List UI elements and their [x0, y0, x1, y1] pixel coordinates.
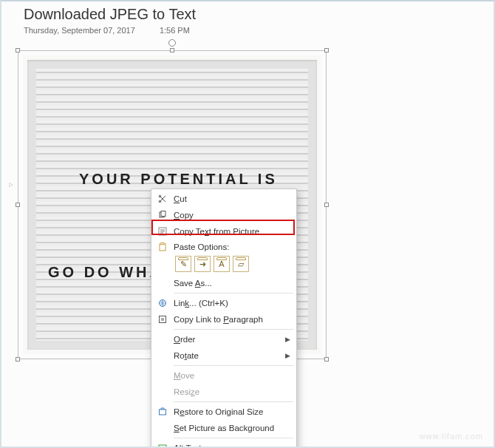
menu-label: Link... (Ctrl+K) — [174, 299, 228, 308]
svg-rect-9 — [160, 410, 166, 415]
resize-handle-br[interactable] — [324, 357, 329, 362]
insertion-cursor-icon: ▹ — [9, 179, 13, 189]
restore-icon — [156, 406, 169, 418]
svg-rect-8 — [160, 316, 166, 323]
paste-option-text-only[interactable]: A — [214, 256, 230, 272]
menu-set-picture-background[interactable]: Set Picture as Background — [151, 420, 296, 436]
page-date: Thursday, September 07, 2017 — [24, 26, 135, 35]
menu-label: Resize — [174, 387, 199, 396]
menu-separator — [174, 401, 293, 402]
menu-label: Alt Text... — [174, 444, 208, 448]
svg-rect-10 — [159, 445, 166, 448]
menu-restore-original-size[interactable]: Restore to Original Size — [151, 404, 296, 420]
menu-label: Restore to Original Size — [174, 407, 263, 416]
menu-label: Copy Link to Paragraph — [174, 315, 263, 324]
menu-save-as[interactable]: Save As... — [151, 275, 296, 291]
menu-label: Set Picture as Background — [174, 424, 274, 432]
menu-link[interactable]: Link... (Ctrl+K) — [151, 295, 296, 311]
watermark-text: www.lifam.com — [420, 432, 483, 441]
menu-label: Copy Text from Picture — [174, 227, 259, 236]
menu-separator — [174, 365, 293, 366]
menu-move: Move — [151, 367, 296, 384]
menu-cut[interactable]: Cut — [151, 191, 296, 207]
menu-copy-text-from-picture[interactable]: Copy Text from Picture — [151, 223, 296, 240]
menu-label: Copy — [174, 211, 194, 220]
svg-rect-6 — [161, 243, 164, 245]
letterboard-text-line1: YOUR POTENTIAL IS — [79, 171, 278, 188]
chevron-right-icon: ▶ — [285, 336, 290, 343]
menu-label: Paste Options: — [174, 242, 229, 251]
paste-options-row: ✎ ➜ A ▱ — [151, 254, 296, 275]
menu-order[interactable]: Order ▶ — [151, 331, 296, 347]
copy-icon — [156, 209, 169, 221]
resize-handle-tr[interactable] — [324, 48, 329, 52]
menu-label: Save As... — [174, 279, 212, 288]
resize-handle-tl[interactable] — [16, 48, 20, 52]
resize-handle-rc[interactable] — [324, 203, 329, 207]
page-title: Downloaded JPEG to Text — [24, 6, 494, 23]
blank-icon — [156, 370, 169, 381]
resize-handle-tc[interactable] — [170, 48, 174, 52]
svg-rect-3 — [161, 211, 165, 217]
paste-option-keep-source[interactable]: ✎ — [175, 256, 191, 272]
paste-icon — [156, 242, 169, 251]
alt-text-icon — [156, 442, 169, 448]
menu-label: Order — [174, 335, 195, 344]
menu-paste-options-header: Paste Options: — [151, 240, 296, 254]
menu-label: Cut — [174, 194, 187, 203]
chevron-right-icon: ▶ — [285, 352, 290, 359]
menu-rotate[interactable]: Rotate ▶ — [151, 347, 296, 364]
menu-copy[interactable]: Copy — [151, 207, 296, 223]
context-menu: Cut Copy Copy Text from Picture Paste Op… — [151, 189, 297, 448]
blank-icon — [156, 386, 169, 398]
paste-option-merge[interactable]: ➜ — [194, 256, 211, 272]
copy-link-icon — [156, 313, 169, 325]
menu-label: Move — [174, 371, 194, 380]
link-icon — [156, 297, 169, 309]
menu-resize: Resize — [151, 384, 296, 400]
resize-handle-bl[interactable] — [16, 357, 20, 362]
resize-handle-lc[interactable] — [16, 203, 20, 207]
blank-icon — [156, 333, 169, 345]
svg-rect-5 — [160, 244, 165, 251]
blank-icon — [156, 277, 169, 289]
menu-separator — [174, 329, 293, 330]
scissors-icon — [156, 193, 169, 205]
page-time: 1:56 PM — [160, 26, 190, 35]
rotate-handle-icon[interactable] — [168, 39, 176, 47]
menu-separator — [174, 438, 293, 438]
menu-alt-text[interactable]: Alt Text... — [151, 440, 296, 448]
page-meta: Thursday, September 07, 2017 1:56 PM — [24, 26, 494, 35]
copy-text-icon — [156, 225, 169, 237]
blank-icon — [156, 350, 169, 362]
menu-separator — [174, 293, 293, 293]
menu-label: Rotate — [174, 351, 199, 360]
paste-option-picture[interactable]: ▱ — [233, 256, 249, 272]
blank-icon — [156, 422, 169, 434]
menu-copy-link-paragraph[interactable]: Copy Link to Paragraph — [151, 311, 296, 327]
